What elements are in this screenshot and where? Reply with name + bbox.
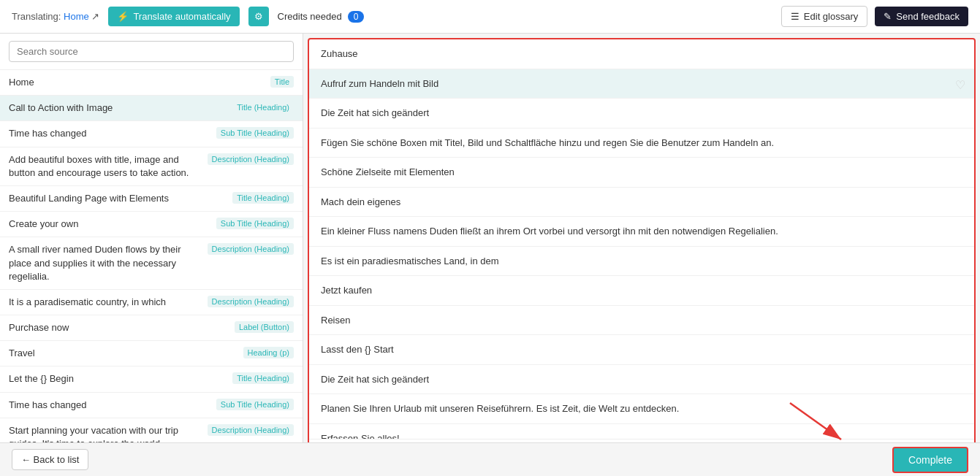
credits-badge: 0	[348, 11, 365, 23]
source-list-item[interactable]: Beautiful Landing Page with ElementsTitl…	[0, 186, 303, 212]
source-list-item[interactable]: A small river named Duden flows by their…	[0, 237, 303, 290]
translation-text: Ein kleiner Fluss namens Duden fließt an…	[321, 226, 778, 237]
translation-text: Mach dein eigenes	[321, 196, 400, 207]
right-panel: ZuhauseAufruf zum Handeln mit Bild♡Die Z…	[308, 38, 976, 472]
header-right: ☰ Edit glossary ✎ Send feedback	[781, 6, 968, 27]
translation-text: Aufruf zum Handeln mit Bild	[321, 78, 438, 89]
edit-glossary-button[interactable]: ☰ Edit glossary	[781, 6, 867, 27]
translation-list: ZuhauseAufruf zum Handeln mit Bild♡Die Z…	[309, 39, 974, 439]
source-item-text: Call to Action with Image	[9, 101, 227, 115]
translation-item: Aufruf zum Handeln mit Bild♡	[309, 69, 974, 99]
translation-text: Es ist ein paradiesmatisches Land, in de…	[321, 256, 499, 266]
left-panel: HomeTitleCall to Action with ImageTitle …	[0, 34, 303, 476]
source-list-item[interactable]: Call to Action with ImageTitle (Heading)	[0, 96, 303, 121]
source-list-item[interactable]: It is a paradisematic country, in whichD…	[0, 290, 303, 315]
translation-text: Erfassen Sie alles!	[321, 433, 400, 439]
source-item-tag: Title (Heading)	[232, 192, 294, 204]
translation-item: Planen Sie Ihren Urlaub mit unseren Reis…	[309, 394, 974, 424]
source-list: HomeTitleCall to Action with ImageTitle …	[0, 70, 303, 476]
source-item-tag: Title (Heading)	[232, 372, 294, 384]
feedback-icon: ✎	[884, 11, 892, 22]
source-item-text: Let the {} Begin	[9, 372, 227, 385]
source-item-tag: Sub Title (Heading)	[216, 127, 294, 139]
source-item-text: Beautiful Landing Page with Elements	[9, 192, 227, 205]
source-item-tag: Sub Title (Heading)	[216, 399, 294, 410]
settings-button[interactable]: ⚙	[248, 7, 269, 26]
source-item-tag: Description (Heading)	[208, 153, 294, 165]
source-item-text: Add beautiful boxes with title, image an…	[9, 153, 202, 180]
source-item-tag: Description (Heading)	[208, 296, 294, 307]
translation-text: Reisen	[321, 315, 350, 326]
home-link[interactable]: Home	[64, 11, 89, 22]
translation-item: Fügen Sie schöne Boxen mit Titel, Bild u…	[309, 128, 974, 158]
translation-item: Reisen	[309, 306, 974, 336]
source-item-text: Time has changed	[9, 127, 210, 140]
translation-text: Die Zeit hat sich geändert	[321, 107, 429, 118]
search-box-wrap	[0, 34, 303, 70]
source-item-text: Time has changed	[9, 399, 210, 412]
credits-section: Credits needed 0	[278, 11, 365, 23]
translation-text: Planen Sie Ihren Urlaub mit unseren Reis…	[321, 403, 679, 414]
source-item-text: Home	[9, 76, 265, 89]
translation-item: Es ist ein paradiesmatisches Land, in de…	[309, 247, 974, 277]
source-item-tag: Title (Heading)	[232, 101, 294, 113]
source-item-tag: Label (Button)	[235, 321, 294, 333]
source-list-item[interactable]: Time has changedSub Title (Heading)	[0, 121, 303, 147]
source-item-tag: Description (Heading)	[208, 243, 294, 255]
source-item-tag: Title	[270, 76, 294, 88]
source-list-item[interactable]: Time has changedSub Title (Heading)	[0, 393, 303, 418]
heart-icon[interactable]: ♡	[955, 77, 965, 94]
translation-item: Jetzt kaufen	[309, 276, 974, 306]
source-list-item[interactable]: TravelHeading (p)	[0, 341, 303, 366]
header: Translating: Home ↗ ⚡ Translate automati…	[0, 0, 980, 34]
complete-button[interactable]: Complete	[892, 447, 968, 473]
translation-text: Zuhause	[321, 48, 358, 59]
translation-item: Die Zeit hat sich geändert	[309, 99, 974, 128]
gear-icon: ⚙	[254, 11, 263, 22]
translation-item: Die Zeit hat sich geändert	[309, 365, 974, 395]
source-list-item[interactable]: HomeTitle	[0, 70, 303, 96]
source-item-text: It is a paradisematic country, in which	[9, 296, 202, 309]
source-item-text: A small river named Duden flows by their…	[9, 243, 202, 283]
search-input[interactable]	[9, 41, 294, 62]
source-item-tag: Heading (p)	[243, 347, 294, 358]
translating-label: Translating: Home ↗	[12, 11, 99, 22]
translation-text: Jetzt kaufen	[321, 285, 372, 296]
translation-item: Zuhause	[309, 39, 974, 69]
source-list-item[interactable]: Create your ownSub Title (Heading)	[0, 212, 303, 237]
translation-item: Lasst den {} Start	[309, 335, 974, 365]
lightning-icon: ⚡	[117, 11, 129, 22]
source-list-item[interactable]: Let the {} BeginTitle (Heading)	[0, 366, 303, 392]
source-item-tag: Description (Heading)	[208, 424, 294, 436]
glossary-icon: ☰	[791, 11, 799, 22]
source-list-item[interactable]: Add beautiful boxes with title, image an…	[0, 147, 303, 186]
source-item-text: Purchase now	[9, 321, 229, 334]
bottom-bar: ← Back to list Complete	[0, 442, 980, 476]
translation-text: Lasst den {} Start	[321, 344, 394, 355]
send-feedback-button[interactable]: ✎ Send feedback	[875, 7, 968, 26]
translation-item: Ein kleiner Fluss namens Duden fließt an…	[309, 217, 974, 247]
translation-item: Schöne Zielseite mit Elementen	[309, 158, 974, 188]
back-button[interactable]: ← Back to list	[12, 449, 88, 470]
source-item-text: Create your own	[9, 218, 210, 231]
translate-auto-button[interactable]: ⚡ Translate automatically	[108, 7, 239, 26]
source-item-tag: Sub Title (Heading)	[216, 218, 294, 229]
main-content: HomeTitleCall to Action with ImageTitle …	[0, 34, 980, 476]
translation-text: Fügen Sie schöne Boxen mit Titel, Bild u…	[321, 137, 774, 148]
translation-text: Die Zeit hat sich geändert	[321, 374, 429, 385]
translation-text: Schöne Zielseite mit Elementen	[321, 166, 455, 177]
source-list-item[interactable]: Purchase nowLabel (Button)	[0, 315, 303, 341]
source-item-text: Travel	[9, 347, 238, 360]
translation-item: Erfassen Sie alles!	[309, 424, 974, 439]
translation-item: Mach dein eigenes	[309, 188, 974, 218]
